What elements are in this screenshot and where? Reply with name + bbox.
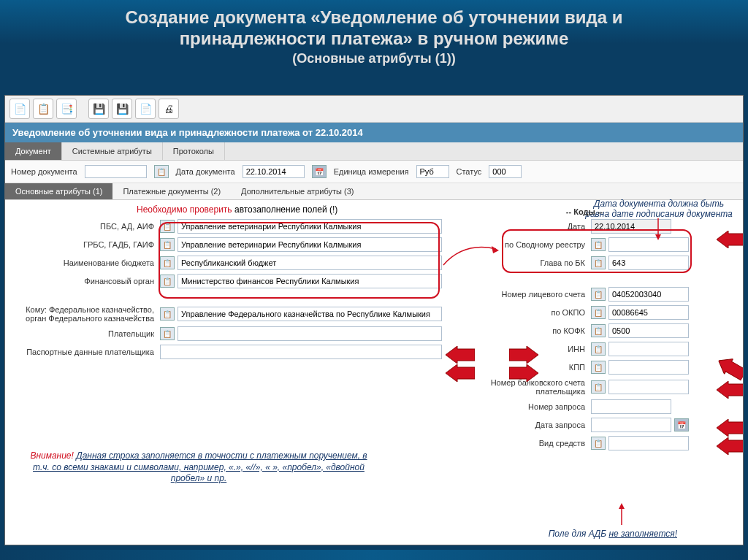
vid-input[interactable] [608, 436, 689, 450]
svg-marker-9 [509, 364, 538, 382]
form-area: Дата документа должна бытьравна дате под… [5, 200, 743, 543]
calendar-icon[interactable]: 📅 [312, 165, 327, 178]
tab-document[interactable]: Документ [5, 142, 62, 160]
doc-number-label: Номер документа [11, 167, 77, 176]
svg-marker-1 [655, 234, 661, 240]
block-arrow-right-icon [509, 346, 538, 364]
svg-marker-13 [717, 437, 744, 455]
block-arrow-left-icon [717, 381, 744, 399]
okpo-label: по ОКПО [442, 308, 588, 317]
svg-marker-11 [717, 381, 744, 399]
kofk-picker-icon[interactable]: 📋 [591, 324, 606, 337]
footer-stripe [0, 550, 748, 560]
status-input [489, 165, 522, 178]
arrow-thin-up-icon [617, 503, 626, 525]
bank-picker-icon[interactable]: 📋 [591, 380, 606, 394]
svg-marker-7 [446, 364, 475, 382]
export-icon[interactable]: 📑 [56, 99, 77, 119]
block-arrow-right-icon [509, 364, 538, 382]
arrow-connector-icon [442, 240, 500, 269]
svg-marker-3 [619, 503, 625, 509]
new-doc-icon[interactable]: 📄 [9, 99, 30, 119]
annotation-adb: Поле для АДБ не заполняется! [549, 529, 677, 539]
tab-protocols[interactable]: Протоколы [163, 142, 225, 160]
payer-picker-icon[interactable]: 📋 [160, 327, 175, 340]
passport-label: Паспортные данные плательщика [11, 348, 157, 356]
toolbar: 📄 📋 📑 💾 💾 📄 🖨 [5, 96, 743, 123]
slide-subtitle: (Основные атрибуты (1)) [29, 51, 719, 66]
komu-picker-icon[interactable]: 📋 [160, 307, 175, 321]
slide-header: Создание документа «Уведомление об уточн… [0, 0, 748, 69]
ls-picker-icon[interactable]: 📋 [591, 288, 606, 301]
vid-picker-icon[interactable]: 📋 [591, 437, 606, 450]
subtab-additional-attrs[interactable]: Дополнительные атрибуты (3) [231, 183, 364, 199]
block-arrow-left-icon [717, 419, 744, 437]
annotation-box-left [159, 222, 440, 299]
print-icon[interactable]: 🖨 [159, 99, 179, 119]
doc-number-input[interactable] [85, 165, 147, 178]
doc-date-label: Дата документа [176, 167, 235, 176]
passport-input[interactable] [160, 345, 442, 359]
subtab-main-attrs[interactable]: Основные атрибуты (1) [5, 183, 112, 199]
komu-input[interactable] [178, 307, 442, 321]
svg-marker-4 [492, 246, 499, 253]
req-label: Номер запроса [442, 402, 588, 411]
status-label: Статус [457, 167, 482, 176]
block-arrow-left-icon [446, 364, 475, 382]
header-fields: Номер документа 📋 Дата документа 📅 Едини… [5, 161, 743, 183]
tab-system-attrs[interactable]: Системные атрибуты [62, 142, 163, 160]
reqdate-input[interactable] [591, 418, 671, 432]
app-window: 📄 📋 📑 💾 💾 📄 🖨 Уведомление об уточнении в… [4, 95, 744, 545]
check-icon[interactable]: 📄 [135, 99, 156, 119]
block-arrow-left-icon [717, 437, 744, 455]
doc-number-picker-icon[interactable]: 📋 [154, 165, 169, 178]
unit-input [416, 165, 449, 178]
annotation-box-right [502, 229, 692, 273]
block-arrow-left-icon [446, 346, 475, 364]
save-as-icon[interactable]: 💾 [112, 99, 132, 119]
slide-title: Создание документа «Уведомление об уточн… [29, 7, 719, 50]
unit-label: Единица измерения [334, 167, 409, 176]
inn-input[interactable] [608, 342, 689, 356]
okpo-picker-icon[interactable]: 📋 [591, 306, 606, 319]
kofk-input[interactable] [608, 323, 689, 338]
komu-label: Кому: Федеральное казначейство, орган Фе… [11, 305, 157, 323]
payer-input[interactable] [178, 326, 442, 341]
main-tabs: Документ Системные атрибуты Протоколы [5, 142, 743, 161]
svg-marker-12 [717, 419, 744, 437]
grbs-label: ГРБС, ГАДБ, ГАИФ [11, 240, 157, 249]
ls-input[interactable] [608, 287, 689, 302]
svg-marker-6 [446, 346, 475, 364]
svg-marker-8 [509, 346, 538, 364]
kpp-input[interactable] [608, 360, 689, 375]
svg-marker-5 [717, 231, 744, 248]
save-icon[interactable]: 💾 [88, 99, 109, 119]
block-arrow-left-icon [717, 231, 744, 248]
arrow-thin-down-icon [654, 218, 663, 240]
kpp-picker-icon[interactable]: 📋 [591, 361, 606, 374]
reqdate-calendar-icon[interactable]: 📅 [674, 418, 689, 431]
vid-label: Вид средств [442, 439, 588, 448]
bank-input[interactable] [608, 380, 689, 394]
req-input[interactable] [591, 399, 671, 414]
payer-label: Плательщик [11, 329, 157, 338]
pbs-label: ПБС, АД, АИФ [11, 222, 157, 231]
subtabs: Основные атрибуты (1) Платежные документ… [5, 183, 743, 200]
doc-date-input[interactable] [243, 165, 305, 178]
kofk-label: по КОФК [442, 326, 588, 335]
window-title-bar: Уведомление об уточнении вида и принадле… [5, 123, 743, 142]
ls-label: Номер лицевого счета [442, 290, 588, 299]
fin-label: Финансовый орган [11, 277, 157, 285]
inn-picker-icon[interactable]: 📋 [591, 342, 606, 356]
okpo-input[interactable] [608, 305, 689, 320]
open-doc-icon[interactable]: 📋 [33, 99, 53, 119]
subtab-payment-docs[interactable]: Платежные документы (2) [112, 183, 231, 199]
reqdate-label: Дата запроса [442, 421, 588, 429]
codes-header: -- Коды -- [442, 206, 727, 219]
annotation-check-fields: Необходимо проверить автозаполнение поле… [137, 204, 337, 215]
budget-label: Наименование бюджета [11, 258, 157, 267]
annotation-attention: Внимание! Данная строка заполняется в то… [27, 450, 370, 485]
